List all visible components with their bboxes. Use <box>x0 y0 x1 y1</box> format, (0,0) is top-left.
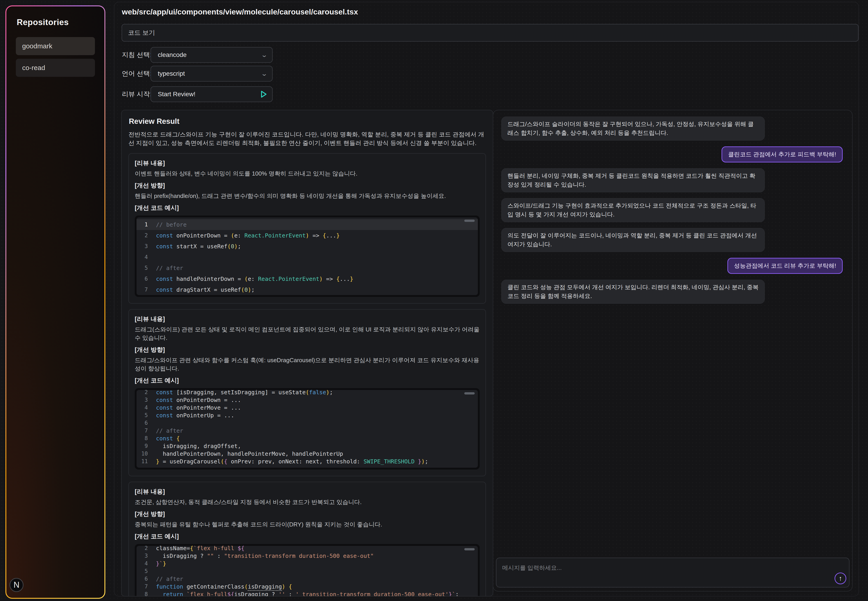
language-select[interactable]: typescript ⌄ <box>151 66 273 82</box>
section-content-text: 이벤트 핸들러와 상태, 변수 네이밍이 의도를 100% 명확히 드러내고 있… <box>135 169 480 178</box>
message-input[interactable] <box>497 558 849 587</box>
code-line: 4}`} <box>136 560 478 567</box>
section-direction-text: 드래그/스와이프 관련 상태와 함수를 커스텀 훅(예: useDragCaro… <box>135 356 480 373</box>
chat-panel: 드래그/스와이프 슬라이더의 동작은 잘 구현되어 있으나, 가독성, 안정성,… <box>493 110 853 592</box>
code-lines: 2const [isDragging, setIsDragging] = use… <box>136 390 478 465</box>
language-label: 언어 선택: <box>122 66 152 82</box>
line-number: 2 <box>136 390 156 395</box>
assistant-message: 클린 코드와 성능 관점 모두에서 개선 여지가 보입니다. 리렌더 최적화, … <box>501 280 765 304</box>
line-number: 7 <box>136 427 156 434</box>
review-section-card: [리뷰 내용] 드래그(스와이프) 관련 모든 상태 및 로직이 메인 컴포넌트… <box>128 309 486 476</box>
review-section-card: [리뷰 내용] 조건문, 삼항연산자, 동적 클래스/스타일 지정 등에서 비슷… <box>128 482 486 596</box>
line-number: 6 <box>136 276 156 282</box>
send-button[interactable]: ↑ <box>834 572 846 584</box>
code-line: 3const startX = useRef(0); <box>136 241 478 252</box>
guideline-select[interactable]: cleancode ⌄ <box>151 47 273 63</box>
sidebar-item-goodmark[interactable]: goodmark <box>16 37 95 55</box>
chat-input-container: ↑ <box>496 558 850 587</box>
repo-label: co-read <box>22 64 45 72</box>
section-direction-label: [개선 방향] <box>135 510 480 518</box>
line-number: 3 <box>136 243 156 249</box>
code-editor[interactable]: 2className={`flex h-full ${3 isDragging … <box>136 546 478 596</box>
code-line: 9 isDragging, dragOffset, <box>136 442 478 450</box>
line-number: 6 <box>136 576 156 582</box>
code-line: 7function getContainerClass(isDragging) … <box>136 583 478 590</box>
section-example-label: [개선 코드 예시] <box>135 377 480 384</box>
code-line: 5 <box>136 567 478 575</box>
review-result-card: Review Result 전반적으로 드래그/스와이프 기능 구현이 잘 이루… <box>121 110 493 596</box>
line-number: 4 <box>136 404 156 411</box>
scrollbar-thumb[interactable] <box>464 548 475 551</box>
review-sections: [리뷰 내용] 이벤트 핸들러와 상태, 변수 네이밍이 의도를 100% 명확… <box>128 153 486 596</box>
assistant-message: 스와이프/드래그 기능 구현이 효과적으로 추가되었으나 코드 전체적으로 구조… <box>501 198 765 222</box>
review-start-label: 리뷰 시작: <box>122 86 152 102</box>
file-path-title: web/src/app/ui/components/view/molecule/… <box>122 8 358 16</box>
line-number: 8 <box>136 435 156 441</box>
code-line: 5const onPointerUp = ... <box>136 412 478 419</box>
assistant-message: 의도 전달이 잘 이루어지는 코드이나, 네이밍과 역할 분리, 중복 제거 등… <box>501 228 765 252</box>
guideline-value: cleancode <box>158 51 187 58</box>
chevron-down-icon: ⌄ <box>261 52 268 58</box>
code-line: 2const onPointerDown = (e: React.Pointer… <box>136 230 478 241</box>
code-editor[interactable]: 2const [isDragging, setIsDragging] = use… <box>136 390 478 468</box>
code-line: 4const onPointerMove = ... <box>136 404 478 412</box>
line-number: 9 <box>136 443 156 449</box>
code-editor[interactable]: 1// before2const onPointerDown = (e: Rea… <box>136 217 478 295</box>
code-view-button[interactable]: 코드 보기 <box>122 24 859 41</box>
line-number: 6 <box>136 420 156 426</box>
section-direction-text: 중복되는 패턴을 유틸 함수나 헬퍼로 추출해 코드의 드라이(DRY) 원칙을… <box>135 520 480 529</box>
code-line: 7// after <box>136 427 478 435</box>
section-direction-label: [개선 방향] <box>135 346 480 354</box>
review-result-title: Review Result <box>129 117 486 126</box>
code-line: 6const handlePointerDown = (e: React.Poi… <box>136 273 478 284</box>
assistant-message: 핸들러 분리, 네이밍 구체화, 중복 제거 등 클린코드 원칙을 적용하면 코… <box>501 168 765 192</box>
line-number: 5 <box>136 265 156 271</box>
line-number: 5 <box>136 568 156 574</box>
section-content-text: 드래그(스와이프) 관련 모든 상태 및 로직이 메인 컴포넌트에 집중되어 있… <box>135 325 480 342</box>
sidebar-title: Repositories <box>17 18 99 27</box>
code-line: 6// after <box>136 575 478 583</box>
section-content-label: [리뷰 내용] <box>135 159 480 167</box>
code-example-block: 1// before2const onPointerDown = (e: Rea… <box>135 215 480 297</box>
code-line: 3 isDragging ? "" : "transition-transfor… <box>136 552 478 560</box>
line-number: 5 <box>136 412 156 418</box>
code-line: 8const { <box>136 435 478 442</box>
scrollbar-thumb[interactable] <box>464 392 475 395</box>
line-number: 2 <box>136 232 156 239</box>
scrollbar-thumb[interactable] <box>464 220 475 222</box>
arrow-up-icon: ↑ <box>839 575 842 582</box>
repo-label: goodmark <box>22 42 52 50</box>
code-line: 10 handlePointerDown, handlePointerMove,… <box>136 450 478 458</box>
code-example-block: 2const [isDragging, setIsDragging] = use… <box>135 388 480 470</box>
chat-message-text: 클린 코드와 성능 관점 모두에서 개선 여지가 보입니다. 리렌더 최적화, … <box>507 284 759 299</box>
line-number: 1 <box>136 221 156 228</box>
chat-messages: 드래그/스와이프 슬라이더의 동작은 잘 구현되어 있으나, 가독성, 안정성,… <box>493 110 852 304</box>
guideline-label: 지침 선택: <box>122 47 152 63</box>
section-content-label: [리뷰 내용] <box>135 315 480 323</box>
chat-message-text: 핸들러 분리, 네이밍 구체화, 중복 제거 등 클린코드 원칙을 적용하면 코… <box>507 172 755 188</box>
chat-message-text: 클린코드 관점에서 추가로 피드백 부탁해! <box>728 151 836 158</box>
start-review-button[interactable]: Start Review! <box>151 86 273 102</box>
language-value: typescript <box>158 70 185 77</box>
code-line: 11} = useDragCarousel({ onPrev: prev, on… <box>136 458 478 465</box>
line-number: 4 <box>136 560 156 567</box>
code-line: 2className={`flex h-full ${ <box>136 546 478 552</box>
line-number: 4 <box>136 254 156 260</box>
user-message: 클린코드 관점에서 추가로 피드백 부탁해! <box>721 146 843 162</box>
line-number: 10 <box>136 450 156 457</box>
code-line: 3const onPointerDown = ... <box>136 396 478 404</box>
line-number: 2 <box>136 546 156 551</box>
sidebar-item-co-read[interactable]: co-read <box>16 59 95 77</box>
chat-message-text: 성능관점에서 코드 리뷰 추가로 부탁해! <box>734 262 836 269</box>
code-example-block: 2className={`flex h-full ${3 isDragging … <box>135 544 480 596</box>
user-message: 성능관점에서 코드 리뷰 추가로 부탁해! <box>727 258 843 274</box>
line-number: 7 <box>136 583 156 590</box>
code-line: 4 <box>136 252 478 262</box>
play-icon <box>261 91 267 98</box>
chat-message-text: 의도 전달이 잘 이루어지는 코드이나, 네이밍과 역할 분리, 중복 제거 등… <box>507 232 757 248</box>
code-line: 6 <box>136 419 478 427</box>
review-section-card: [리뷰 내용] 이벤트 핸들러와 상태, 변수 네이밍이 의도를 100% 명확… <box>128 153 486 304</box>
section-example-label: [개선 코드 예시] <box>135 532 480 540</box>
section-content-label: [리뷰 내용] <box>135 488 480 496</box>
nextjs-logo-icon: N <box>9 578 23 592</box>
